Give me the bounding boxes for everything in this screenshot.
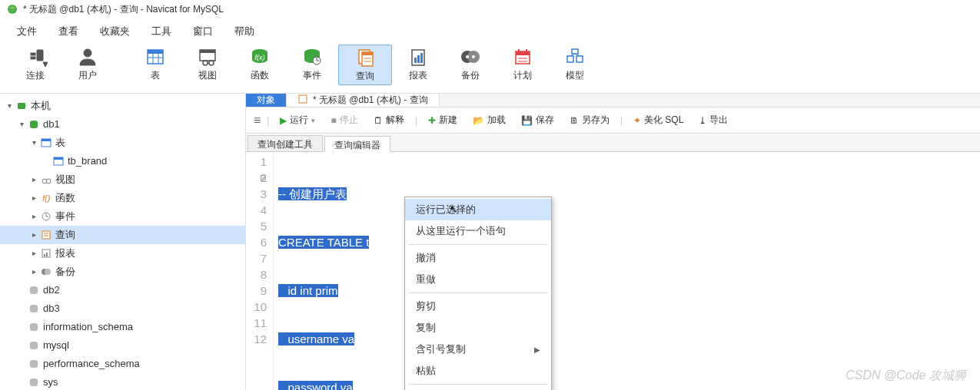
- svg-rect-41: [567, 56, 573, 62]
- tree-node-db2[interactable]: db2: [0, 281, 245, 299]
- toolbar-view[interactable]: 视图: [181, 45, 234, 85]
- toolbar-query[interactable]: 查询: [338, 45, 392, 85]
- chevron-down-icon[interactable]: ▾: [5, 98, 14, 114]
- tree-node-performance-schema[interactable]: performance_schema: [0, 355, 245, 373]
- chevron-right-icon[interactable]: ▸: [29, 172, 38, 187]
- code-area[interactable]: -- 创建用户表 CREATE TABLE t id int primnt, u…: [274, 152, 980, 390]
- code-text: -- 创建用户表: [278, 187, 347, 200]
- tree-label: 本机: [31, 98, 51, 114]
- database-icon: [28, 339, 40, 352]
- tree-node-queries[interactable]: ▸ 查询: [0, 226, 245, 244]
- plug-icon: [23, 46, 48, 68]
- line-number: 12: [246, 331, 267, 347]
- tree-label: db2: [43, 283, 60, 298]
- export-button[interactable]: ⤓导出: [694, 112, 733, 128]
- svg-rect-73: [299, 95, 307, 103]
- tree-node-host[interactable]: ▾ 本机: [0, 97, 245, 115]
- line-number: 9: [246, 283, 267, 299]
- tree-label: 事件: [55, 209, 75, 224]
- sql-editor[interactable]: 1 2⊟ 3 4 5 6 7 8 9 10 11 12 -- 创建用户表 CRE…: [246, 152, 980, 390]
- cm-undo[interactable]: 撤消: [405, 247, 551, 269]
- load-button[interactable]: 📂加载: [468, 112, 510, 128]
- tree-node-functions[interactable]: ▸ f() 函数: [0, 189, 245, 207]
- chevron-right-icon[interactable]: ▸: [29, 264, 38, 279]
- folder-icon: 📂: [473, 115, 484, 126]
- saveas-icon: 🗎: [570, 115, 579, 126]
- cm-paste[interactable]: 粘贴: [405, 360, 551, 382]
- toolbar-user[interactable]: 用户: [61, 45, 114, 85]
- menu-icon[interactable]: ≡: [254, 114, 261, 127]
- toolbar-model[interactable]: 模型: [549, 45, 601, 85]
- new-button[interactable]: ✚新建: [424, 112, 462, 128]
- svg-rect-3: [31, 57, 35, 59]
- code-text: id int prim: [278, 284, 338, 297]
- watermark: CSDN @Code 攻城狮: [845, 368, 966, 384]
- toolbar-backup[interactable]: 备份: [444, 45, 497, 85]
- tab-objects[interactable]: 对象: [246, 94, 287, 107]
- svg-rect-38: [526, 49, 527, 52]
- tree-node-reports[interactable]: ▸ 报表: [0, 244, 245, 263]
- fold-icon[interactable]: ⊟: [260, 170, 266, 186]
- cm-cut[interactable]: 剪切: [405, 296, 551, 317]
- toolbar-user-label: 用户: [78, 69, 97, 82]
- menu-file[interactable]: 文件: [6, 21, 48, 37]
- subtab-builder[interactable]: 查询创建工具: [247, 135, 323, 151]
- cm-copy-quoted[interactable]: 含引号复制 ▶: [405, 339, 551, 360]
- beautify-button[interactable]: ✦美化 SQL: [629, 112, 688, 128]
- chevron-down-icon[interactable]: ▾: [17, 117, 26, 132]
- tree-node-events[interactable]: ▸ 事件: [0, 207, 245, 226]
- tree-node-mysql[interactable]: mysql: [0, 336, 245, 355]
- save-button[interactable]: 💾保存: [517, 112, 559, 128]
- separator: [408, 384, 548, 385]
- cm-run-selected[interactable]: 运行已选择的 ↖: [405, 199, 551, 220]
- cm-select-all[interactable]: 全选: [405, 387, 551, 390]
- cm-redo[interactable]: 重做: [405, 269, 551, 290]
- svg-text:f(x): f(x): [255, 54, 265, 61]
- tree-node-db3[interactable]: db3: [0, 299, 245, 318]
- chevron-right-icon[interactable]: ▸: [29, 246, 38, 261]
- main-panel: 对象 * 无标题 @db1 (本机) - 查询 ≡ | ▶运行▾ ■停止 🗒解释…: [246, 94, 980, 390]
- tree-node-tb-brand[interactable]: tb_brand: [0, 152, 245, 170]
- database-icon: [28, 284, 40, 296]
- subtab-editor[interactable]: 查询编辑器: [324, 136, 390, 152]
- menu-help[interactable]: 帮助: [224, 21, 265, 37]
- toolbar-function[interactable]: f(x) 函数: [234, 45, 286, 85]
- tree-node-tables[interactable]: ▾ 表: [0, 134, 245, 152]
- tree-node-information-schema[interactable]: information_schema: [0, 318, 245, 336]
- run-button[interactable]: ▶运行▾: [275, 112, 320, 128]
- main-toolbar: 连接 用户 表 视图 f(x) 函数 事件 查询 报表 备份 计划 模型: [0, 40, 980, 94]
- table-icon: [52, 155, 65, 167]
- cm-run-from-here[interactable]: 从这里运行一个语句: [405, 220, 551, 242]
- menu-window[interactable]: 窗口: [182, 21, 224, 37]
- svg-rect-58: [42, 231, 50, 239]
- toolbar-connect[interactable]: 连接: [9, 45, 61, 85]
- toolbar-schedule[interactable]: 计划: [497, 45, 549, 85]
- tree-node-sys[interactable]: sys: [0, 373, 245, 390]
- menu-favorites[interactable]: 收藏夹: [89, 21, 141, 37]
- chevron-right-icon[interactable]: ▸: [29, 190, 38, 206]
- cm-copy[interactable]: 复制: [405, 317, 551, 339]
- menu-tools[interactable]: 工具: [141, 21, 182, 37]
- tree-node-db1[interactable]: ▾ db1: [0, 115, 245, 134]
- tab-query[interactable]: * 无标题 @db1 (本机) - 查询: [287, 94, 440, 107]
- svg-point-5: [84, 49, 91, 57]
- toolbar-table[interactable]: 表: [129, 45, 181, 85]
- toolbar-report[interactable]: 报表: [392, 45, 444, 85]
- explain-button[interactable]: 🗒解释: [369, 112, 409, 128]
- stop-button[interactable]: ■停止: [326, 112, 362, 128]
- chevron-down-icon[interactable]: ▾: [29, 135, 38, 150]
- svg-rect-1: [37, 50, 43, 61]
- chevron-right-icon[interactable]: ▸: [29, 209, 38, 224]
- toolbar-event[interactable]: 事件: [286, 45, 338, 85]
- line-number: 10: [246, 299, 267, 315]
- tree-node-views[interactable]: ▸ 视图: [0, 170, 245, 189]
- tree-node-backups[interactable]: ▸ 备份: [0, 263, 245, 281]
- menu-view[interactable]: 查看: [48, 21, 89, 37]
- saveas-button[interactable]: 🗎另存为: [565, 112, 614, 128]
- svg-rect-12: [200, 50, 215, 53]
- toolbar-event-label: 事件: [303, 69, 321, 82]
- menubar: 文件 查看 收藏夹 工具 窗口 帮助: [0, 18, 980, 40]
- chevron-right-icon[interactable]: ▸: [29, 227, 38, 243]
- svg-rect-2: [31, 53, 35, 55]
- svg-point-34: [472, 55, 475, 58]
